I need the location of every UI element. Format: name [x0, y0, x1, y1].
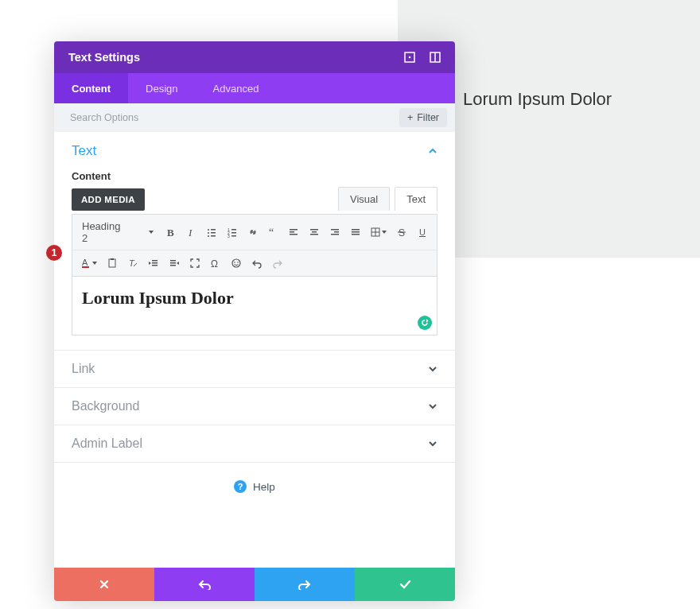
redo-button[interactable]	[255, 568, 355, 601]
emoji-icon[interactable]	[227, 254, 246, 273]
editor-mode-tabs: Visual Text	[338, 187, 438, 211]
table-icon[interactable]	[367, 223, 391, 242]
undo-icon[interactable]	[247, 254, 266, 273]
redo-arrow-icon	[298, 579, 311, 590]
section-background: Background	[54, 388, 455, 425]
check-icon	[399, 579, 411, 590]
bold-icon[interactable]: B	[161, 223, 180, 242]
svg-rect-19	[290, 229, 298, 231]
svg-rect-13	[231, 229, 236, 231]
svg-rect-9	[211, 232, 216, 234]
svg-rect-11	[211, 235, 216, 237]
svg-rect-48	[170, 262, 176, 264]
modal-title: Text Settings	[68, 51, 390, 64]
save-button[interactable]	[355, 568, 455, 601]
align-right-icon[interactable]	[325, 223, 344, 242]
add-media-button[interactable]: ADD MEDIA	[72, 188, 145, 211]
section-link-title: Link	[72, 362, 95, 376]
text-color-icon[interactable]: A	[77, 254, 101, 273]
chevron-down-icon	[428, 364, 438, 374]
tab-content[interactable]: Content	[54, 73, 128, 103]
section-background-header[interactable]: Background	[54, 388, 455, 425]
redo-icon[interactable]	[268, 254, 287, 273]
special-char-icon[interactable]: Ω	[206, 254, 225, 273]
tab-design[interactable]: Design	[128, 73, 195, 103]
search-row: Search Options + Filter	[54, 103, 455, 132]
search-input[interactable]: Search Options	[70, 112, 138, 123]
svg-rect-44	[152, 260, 158, 262]
heading-select-label: Heading 2	[82, 220, 129, 244]
indent-icon[interactable]	[165, 254, 184, 273]
modal-footer	[54, 568, 455, 601]
quote-icon[interactable]: “	[264, 223, 283, 242]
content-label: Content	[72, 170, 438, 182]
svg-text:I: I	[188, 227, 192, 238]
plus-icon: +	[407, 112, 413, 123]
svg-point-10	[208, 235, 209, 237]
editor-toolbar: Heading 2 B I 123 “ S U	[72, 214, 438, 277]
undo-arrow-icon	[198, 579, 211, 590]
svg-rect-24	[310, 234, 318, 235]
section-text-header[interactable]: Text	[54, 132, 455, 170]
svg-point-53	[237, 262, 239, 263]
grammarly-icon[interactable]	[418, 316, 432, 330]
svg-text:B: B	[167, 227, 174, 238]
svg-text:U: U	[419, 227, 426, 237]
svg-point-1	[409, 56, 411, 59]
expand-icon[interactable]	[404, 52, 415, 63]
cancel-button[interactable]	[54, 568, 154, 601]
modal-header: Text Settings	[54, 41, 455, 73]
svg-rect-29	[352, 231, 360, 233]
modal-tabs: Content Design Advanced	[54, 73, 455, 103]
annotation-badge-1: 1	[46, 245, 62, 261]
align-justify-icon[interactable]	[346, 223, 365, 242]
underline-icon[interactable]: U	[413, 223, 432, 242]
svg-rect-15	[231, 232, 236, 234]
section-link-header[interactable]: Link	[54, 351, 455, 387]
caret-down-icon	[148, 229, 154, 235]
svg-rect-7	[211, 229, 216, 231]
toolbar-row-1: Heading 2 B I 123 “ S U	[72, 215, 437, 250]
svg-text:Ω: Ω	[211, 258, 218, 269]
preview-heading: Lorum Ipsum Dolor	[463, 89, 612, 110]
section-admin-label: Admin Label	[54, 425, 455, 463]
snap-icon[interactable]	[430, 52, 441, 63]
svg-point-6	[208, 229, 209, 231]
svg-rect-30	[352, 234, 360, 235]
filter-button[interactable]: + Filter	[399, 108, 447, 127]
outdent-icon[interactable]	[144, 254, 163, 273]
help-row[interactable]: ? Help	[54, 463, 455, 510]
heading-select[interactable]: Heading 2	[77, 218, 159, 246]
close-icon	[99, 579, 110, 590]
text-settings-modal: 1 Text Settings Content Design Advanced …	[54, 41, 455, 601]
undo-button[interactable]	[154, 568, 255, 601]
chevron-up-icon	[428, 146, 438, 156]
link-icon[interactable]	[243, 223, 262, 242]
svg-point-52	[234, 262, 235, 263]
section-text-title: Text	[72, 143, 96, 159]
paste-icon[interactable]	[103, 254, 122, 273]
svg-rect-41	[111, 258, 114, 260]
svg-rect-28	[352, 229, 360, 231]
fullscreen-icon[interactable]	[185, 254, 204, 273]
align-left-icon[interactable]	[285, 223, 304, 242]
ul-icon[interactable]	[202, 223, 221, 242]
svg-rect-25	[331, 229, 339, 231]
help-icon: ?	[234, 480, 247, 493]
tab-advanced[interactable]: Advanced	[196, 73, 277, 103]
editor-tab-visual[interactable]: Visual	[338, 187, 390, 211]
clear-format-icon[interactable]: T	[123, 254, 142, 273]
editor-content-area[interactable]: Lorum Ipsum Dolor	[72, 277, 438, 336]
modal-spacer	[54, 510, 455, 568]
svg-point-51	[232, 259, 240, 267]
ol-icon[interactable]: 123	[223, 223, 242, 242]
svg-rect-39	[82, 266, 89, 268]
svg-rect-21	[290, 234, 298, 235]
strikethrough-icon[interactable]: S	[392, 223, 411, 242]
italic-icon[interactable]: I	[181, 223, 200, 242]
section-link: Link	[54, 351, 455, 388]
section-admin-label-header[interactable]: Admin Label	[54, 425, 455, 462]
editor-tab-text[interactable]: Text	[395, 187, 438, 211]
align-center-icon[interactable]	[305, 223, 324, 242]
svg-rect-49	[170, 265, 176, 266]
